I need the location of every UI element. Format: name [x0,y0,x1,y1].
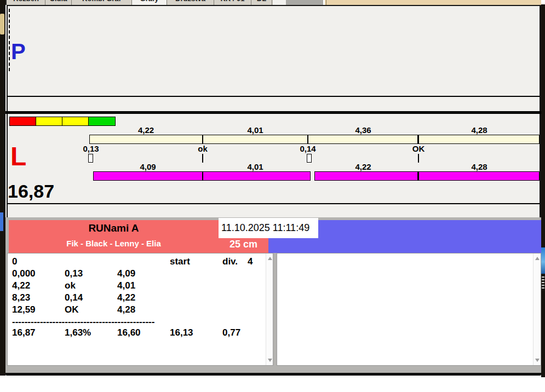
table-cell-mark-2: ok [65,280,76,291]
desktop-edge-left [0,0,5,376]
lane-total-time: 16,87 [8,181,54,202]
table-cell-mark-1: 0,13 [65,268,83,279]
lower-bar-divider-1 [202,171,203,181]
tab-grafy[interactable]: Grafy [132,0,167,5]
table-cell-split-1: 4,09 [117,268,135,279]
divider-line-bottom [7,203,540,204]
secondary-panel [277,253,541,366]
upper-bar-divider-2 [307,135,308,144]
table-cell-time-4: 12,59 [12,304,36,315]
tabbar-left-edge [5,0,7,5]
table-header-start: start [170,256,190,267]
marker-label-2: ok [191,144,215,153]
table-header-div-value: 4 [248,256,253,267]
app-window: Rozbeh Cidla Kombi Graf Grafy Druzstva K… [0,0,545,392]
table-cell-time-3: 8,23 [12,292,30,303]
tab-bar: Rozbeh Cidla Kombi Graf Grafy Druzstva K… [5,0,273,5]
table-cell-split-3: 4,22 [117,292,135,303]
upper-split-4: 4,28 [418,125,540,134]
table-cell-time-2: 4,22 [12,280,30,291]
divider-line-thick [5,111,541,114]
datetime-box: 11.10.2025 11:11:49 [219,218,318,238]
upper-bar-divider-1 [202,135,203,144]
total-best-time: 16,13 [170,327,193,338]
upper-bar-divider-3 [417,135,419,144]
upper-split-1: 4,22 [89,125,203,134]
total-percent: 1,63% [65,327,91,338]
right-panel-scrollbar[interactable] [533,253,540,365]
tab-dl[interactable]: DL [251,0,272,5]
legend-block-green [88,117,116,126]
desktop-icon-caption [542,276,544,289]
team-lineup: Fik - Black - Lenny - Elia [9,239,219,248]
scroll-down-icon[interactable] [266,356,273,364]
table-header-div: div. [222,256,238,267]
scroll-up-icon[interactable] [266,255,273,262]
hurdle-mark-1 [88,154,93,163]
left-panel-scrollbar[interactable] [266,253,273,365]
table-header-index: 0 [12,256,17,267]
hurdle-tick-2 [418,154,419,163]
lower-split-4: 4,28 [418,162,540,171]
table-cell-split-2: 4,01 [117,280,135,291]
results-panel [7,253,273,366]
lane-p-tick-marks [9,9,10,71]
desktop-icon-left[interactable] [0,212,3,231]
legend-block-yellow-1 [36,117,62,126]
titlebar-fragment [286,0,323,5]
upper-split-3: 4,36 [308,125,418,134]
legend-block-red [9,117,36,126]
tab-rozbeh[interactable]: Rozbeh [7,0,45,5]
total-net-time: 16,60 [117,327,141,338]
table-cell-mark-4: OK [65,304,79,315]
table-cell-split-4: 4,28 [117,304,135,315]
table-cell-time-1: 0,000 [12,268,36,279]
tabbar-filler [273,0,286,5]
window-behind-titlebar [325,0,541,5]
tab-kk-01[interactable]: KK / 01 [214,0,251,5]
total-diff: 0,77 [222,327,240,338]
lane-p-label: P [11,39,26,64]
marker-label-3: 0,14 [296,144,320,153]
window-behind-edge [326,0,326,5]
team-name: RUNami A [9,222,219,234]
tab-cidla[interactable]: Cidla [45,0,72,5]
measurement-label: 25 cm [219,239,268,250]
divider-line-top [7,96,540,97]
lower-split-3: 4,22 [308,162,418,171]
scroll-up-icon[interactable] [533,255,541,262]
hurdle-mark-2 [307,154,312,163]
scroll-down-icon[interactable] [533,356,541,364]
lower-bar-divider-2 [417,171,419,181]
tab-kombi-graf[interactable]: Kombi Graf [72,0,132,5]
total-time: 16,87 [12,327,36,338]
window-bottom-border [5,373,541,376]
desktop-item-left [0,14,4,34]
upper-split-2: 4,01 [203,125,308,134]
desktop-edge-right [541,4,545,377]
hurdle-tick-1 [202,154,203,163]
lower-split-1: 4,09 [93,162,203,171]
table-cell-mark-3: 0,14 [65,292,83,303]
upper-split-bar [89,135,540,144]
lower-split-bar-2 [314,171,540,181]
tab-druzstva[interactable]: Druzstva [167,0,214,5]
table-separator: ----------------------------------------… [12,316,154,327]
legend-block-yellow-2 [62,117,89,126]
lane-l-label: L [10,141,26,171]
marker-label-1: 0,13 [79,144,103,153]
lower-split-2: 4,01 [203,162,308,171]
marker-label-4: OK [406,144,431,153]
desktop-icon-right[interactable] [541,247,545,274]
